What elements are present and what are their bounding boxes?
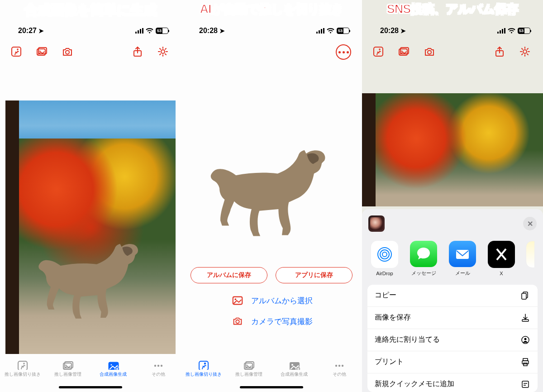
save-to-album-button[interactable]: アルバムに保存 bbox=[191, 267, 267, 283]
share-app-mail[interactable]: メール bbox=[448, 241, 477, 277]
svg-rect-33 bbox=[522, 381, 529, 387]
deer-subject bbox=[33, 232, 150, 322]
tab-compose[interactable]: 合成画像生成 bbox=[272, 359, 317, 378]
status-time: 20:27 bbox=[18, 27, 37, 35]
status-bar: 20:28 ➤ 53 bbox=[362, 18, 543, 43]
toolbar-share-button[interactable] bbox=[130, 44, 147, 61]
toolbar-settings-button[interactable] bbox=[156, 44, 172, 61]
signal-icon bbox=[135, 28, 143, 33]
share-action-quick-note[interactable]: 新規クイックメモに追加 bbox=[367, 373, 538, 392]
copy-icon bbox=[520, 291, 530, 301]
close-button[interactable]: ✕ bbox=[523, 217, 537, 230]
toolbar-runner-button[interactable] bbox=[371, 44, 387, 61]
tab-compose[interactable]: 合成画像生成 bbox=[90, 359, 136, 378]
screen-share: SNS投稿、アルバム保存 20:28 ➤ 53 bbox=[362, 0, 543, 392]
share-app-more[interactable] bbox=[526, 241, 535, 277]
toolbar-camera-button[interactable] bbox=[422, 44, 438, 61]
signal-icon bbox=[316, 28, 324, 33]
svg-rect-31 bbox=[522, 361, 529, 364]
more-menu-button[interactable] bbox=[336, 44, 351, 60]
tab-manage[interactable]: 推し画像管理 bbox=[226, 359, 272, 378]
battery-icon: 53 bbox=[518, 28, 530, 34]
toolbar bbox=[0, 43, 181, 65]
wifi-icon bbox=[327, 28, 334, 33]
tab-cutout[interactable]: 推し画像切り抜き bbox=[181, 359, 226, 378]
composite-preview-image[interactable] bbox=[5, 100, 176, 354]
battery-icon: 53 bbox=[156, 28, 168, 34]
svg-rect-32 bbox=[524, 363, 527, 366]
status-bar: 20:28 ➤ 53 bbox=[181, 18, 362, 43]
signal-icon bbox=[497, 28, 505, 33]
tab-manage[interactable]: 推し画像管理 bbox=[45, 359, 90, 378]
caption-1: 合成画像を簡単に生成 bbox=[0, 1, 181, 19]
picture-icon bbox=[230, 294, 245, 307]
location-arrow-icon: ➤ bbox=[38, 27, 44, 34]
toolbar-gallery-button[interactable] bbox=[396, 44, 413, 61]
print-icon bbox=[520, 357, 530, 367]
screen-compose: 合成画像を簡単に生成 20:27 ➤ 53 bbox=[0, 0, 181, 392]
save-to-app-button[interactable]: アプリに保存 bbox=[276, 267, 352, 283]
airdrop-icon bbox=[371, 241, 398, 268]
share-actions-list: コピー 画像を保存 連絡先に割り当てる プリント 新規クイックメモに追加 bbox=[367, 285, 538, 392]
share-app-x[interactable]: X bbox=[487, 241, 516, 277]
share-sheet: ✕ AirDrop メッセージ bbox=[362, 209, 543, 392]
status-time: 20:28 bbox=[380, 27, 399, 35]
pick-from-album-link[interactable]: アルバムから選択 bbox=[181, 294, 362, 307]
camera-icon bbox=[230, 315, 245, 328]
mail-icon bbox=[449, 241, 476, 267]
share-app-airdrop[interactable]: AirDrop bbox=[370, 241, 399, 277]
caption-2: AIが自動で推しを切り抜き bbox=[181, 1, 362, 17]
toolbar-gallery-button[interactable] bbox=[34, 44, 51, 61]
share-action-assign-contact[interactable]: 連絡先に割り当てる bbox=[367, 329, 538, 351]
location-arrow-icon: ➤ bbox=[219, 27, 225, 34]
share-action-print[interactable]: プリント bbox=[367, 351, 538, 373]
caption-3: SNS投稿、アルバム保存 bbox=[362, 1, 543, 17]
messages-icon bbox=[410, 241, 437, 267]
screen-cutout: AIが自動で推しを切り抜き 20:28 ➤ 53 アルバムに保存 アプリに保存 … bbox=[181, 0, 362, 392]
contact-icon bbox=[520, 335, 530, 345]
location-arrow-icon: ➤ bbox=[400, 27, 406, 34]
wifi-icon bbox=[508, 28, 515, 33]
tab-other[interactable]: その他 bbox=[317, 359, 362, 378]
share-app-messages[interactable]: メッセージ bbox=[409, 241, 438, 277]
toolbar-share-button[interactable] bbox=[492, 44, 509, 61]
tab-bar: 推し画像切り抜き 推し画像管理 合成画像生成 その他 bbox=[0, 357, 181, 392]
share-action-save-image[interactable]: 画像を保存 bbox=[367, 307, 538, 329]
toolbar-camera-button[interactable] bbox=[60, 44, 76, 61]
battery-icon: 53 bbox=[337, 28, 349, 34]
notes-icon bbox=[526, 241, 535, 268]
composite-preview-image bbox=[362, 93, 543, 206]
x-icon bbox=[488, 241, 515, 268]
toolbar-runner-button[interactable] bbox=[9, 44, 25, 61]
share-thumbnail bbox=[368, 215, 385, 232]
svg-rect-27 bbox=[522, 320, 529, 321]
svg-rect-24 bbox=[456, 250, 469, 259]
tab-other[interactable]: その他 bbox=[136, 359, 181, 378]
share-apps-row[interactable]: AirDrop メッセージ メール bbox=[362, 237, 543, 283]
svg-point-29 bbox=[524, 338, 527, 340]
cutout-preview[interactable] bbox=[204, 129, 339, 247]
toolbar bbox=[362, 43, 543, 65]
svg-point-21 bbox=[382, 252, 387, 257]
status-time: 20:28 bbox=[199, 27, 218, 35]
wifi-icon bbox=[146, 28, 153, 33]
download-icon bbox=[520, 313, 530, 323]
status-bar: 20:27 ➤ 53 bbox=[0, 18, 181, 43]
svg-point-22 bbox=[380, 250, 389, 259]
tab-bar: 推し画像切り抜き 推し画像管理 合成画像生成 その他 bbox=[181, 357, 362, 392]
share-action-copy[interactable]: コピー bbox=[367, 285, 538, 307]
note-icon bbox=[520, 379, 530, 389]
take-photo-link[interactable]: カメラで写真撮影 bbox=[181, 315, 362, 328]
toolbar-settings-button[interactable] bbox=[518, 44, 534, 61]
tab-cutout[interactable]: 推し画像切り抜き bbox=[0, 359, 45, 378]
svg-rect-26 bbox=[522, 293, 526, 299]
